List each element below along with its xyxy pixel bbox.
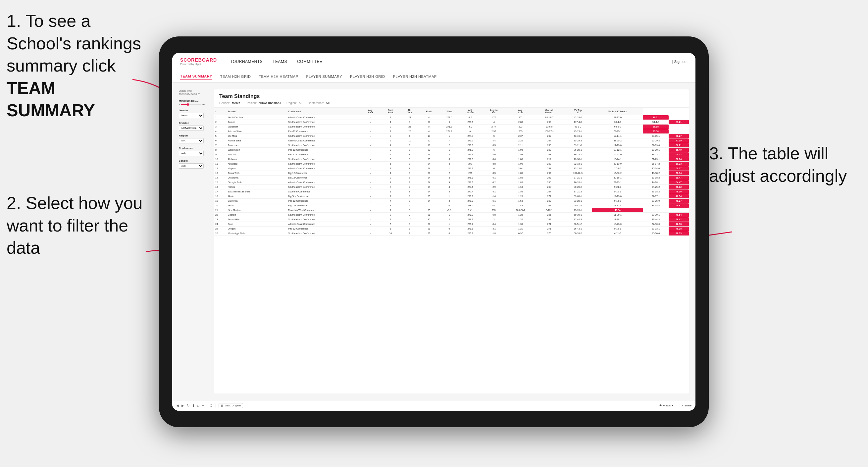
clock-icon[interactable]: ⏱ xyxy=(210,404,213,407)
table-cell: 1 xyxy=(439,213,459,217)
step1-bold: TEAM SUMMARY xyxy=(7,79,95,120)
sub-nav-team-h2h-heatmap[interactable]: TEAM H2H HEATMAP xyxy=(259,73,298,80)
col-vs-top25: Vs Top25 xyxy=(564,107,592,115)
table-cell: Atlantic Coast Conference xyxy=(287,138,361,143)
table-cell: 10 xyxy=(380,231,400,236)
table-cell: 117-4-0 xyxy=(564,120,592,125)
table-cell: 278.2 xyxy=(459,199,481,204)
table-cell: 16 xyxy=(214,185,226,189)
table-cell: 4 xyxy=(214,129,226,134)
table-cell: 28-25-0 xyxy=(643,199,668,204)
table-cell: Arkansas xyxy=(226,162,287,166)
step2-text: 2. Select how you want to filter the dat… xyxy=(7,193,143,257)
table-cell: 277.5 xyxy=(459,185,481,189)
add-tab-icon[interactable]: + xyxy=(202,404,204,407)
table-cell: -1.8 xyxy=(481,231,506,236)
table-row: 13Texas TechBig 12 Conference–19272276-3… xyxy=(214,171,689,176)
table-cell: 68-6-0 xyxy=(592,125,643,129)
table-cell: Southeastern Conference xyxy=(287,213,361,217)
table-cell: Washington xyxy=(226,148,287,152)
school-label: School xyxy=(179,159,209,162)
table-cell: 276.3 xyxy=(459,148,481,152)
table-cell: 12 xyxy=(214,166,226,171)
table-cell: 274.8 xyxy=(459,134,481,138)
table-cell: – xyxy=(361,208,380,213)
table-cell: 61-21-0 xyxy=(564,143,592,148)
min-rounds-slider[interactable]: 4 30 xyxy=(179,103,209,106)
sub-nav-player-h2h-heatmap[interactable]: PLAYER H2H HEATMAP xyxy=(393,73,437,80)
logo-area: SCOREBOARD Powered by clippi xyxy=(180,57,217,66)
table-cell: 217 xyxy=(535,157,563,162)
table-cell: 60.27 xyxy=(669,166,689,171)
share2-icon[interactable]: ⬆ xyxy=(192,404,195,407)
table-cell: -3.5 xyxy=(481,143,506,148)
region-filter-display: Region: All xyxy=(286,101,302,105)
table-row: 14OklahomaBig 12 Conference–28242276.9-5… xyxy=(214,176,689,180)
sub-nav-team-summary[interactable]: TEAM SUMMARY xyxy=(180,73,212,80)
share-button[interactable]: ↗ Share xyxy=(681,404,691,407)
table-cell: 3 xyxy=(380,166,400,171)
slider-track[interactable] xyxy=(181,104,201,105)
table-cell: Big 12 Conference xyxy=(287,204,361,208)
division-select[interactable]: NCAA Division I xyxy=(179,126,204,131)
table-cell: 3.01 xyxy=(506,166,535,171)
table-row: 22GeorgiaSoutheastern Conference–8721127… xyxy=(214,213,689,217)
nav-tournaments[interactable]: TOURNAMENTS xyxy=(230,58,262,65)
table-cell: 16 xyxy=(419,143,439,148)
table-cell: 21 xyxy=(419,226,439,231)
table-cell: 279.5 xyxy=(459,226,481,231)
table-cell: Pac-12 Conference xyxy=(287,129,361,134)
slider-thumb[interactable] xyxy=(187,103,189,106)
table-cell: – xyxy=(361,176,380,180)
table-cell: 30-15-1 xyxy=(592,176,643,180)
nav-committee[interactable]: COMMITTEE xyxy=(297,58,322,65)
reload-icon[interactable]: ↻ xyxy=(187,404,189,407)
table-cell: 1.98 xyxy=(506,152,535,157)
region-select[interactable]: N/A xyxy=(179,138,204,144)
table-cell: 95-29-2 xyxy=(564,138,592,143)
sign-out-button[interactable]: | Sign out xyxy=(672,60,687,64)
sub-nav: TEAM SUMMARY TEAM H2H GRID TEAM H2H HEAT… xyxy=(172,70,695,83)
table-cell: 4-21-0 xyxy=(592,231,643,236)
table-cell: Big Ten Conference xyxy=(287,194,361,199)
table-cell: 12-13-0 xyxy=(592,194,643,199)
sub-nav-team-h2h-grid[interactable]: TEAM H2H GRID xyxy=(220,73,251,80)
table-cell: 4 xyxy=(380,143,400,148)
sub-nav-player-summary[interactable]: PLAYER SUMMARY xyxy=(306,73,342,80)
table-cell: 5 xyxy=(380,226,400,231)
table-cell: -6.2 xyxy=(459,115,481,120)
table-cell: Southern Conference xyxy=(287,189,361,194)
table-cell: 1 xyxy=(439,194,459,199)
bookmark-icon[interactable]: □ xyxy=(197,404,199,407)
table-cell: 6 xyxy=(214,138,226,143)
table-cell: Southeastern Conference xyxy=(287,134,361,138)
back-icon[interactable]: ◀ xyxy=(176,404,179,407)
table-cell: 31-29-1 xyxy=(643,157,668,162)
table-cell: 3 xyxy=(439,157,459,162)
tablet-screen: SCOREBOARD Powered by clippi TOURNAMENTS… xyxy=(172,53,695,411)
forward-icon[interactable]: ▶ xyxy=(182,404,184,407)
table-cell: Florida xyxy=(226,185,287,189)
table-row: 12VirginiaAtlantic Coast Conference–3824… xyxy=(214,166,689,171)
table-cell: 5 xyxy=(380,222,400,226)
table-title: Team Standings xyxy=(219,93,684,99)
table-cell: 268 xyxy=(535,152,563,157)
sub-nav-player-h2h-grid[interactable]: PLAYER H2H GRID xyxy=(350,73,385,80)
table-cell: 8 xyxy=(380,213,400,217)
nav-teams[interactable]: TEAMS xyxy=(273,58,287,65)
table-cell: 85.58 xyxy=(643,129,668,134)
table-row: 23Texas A&MSoutheastern Conference–91030… xyxy=(214,217,689,222)
table-cell: 60-39-2 xyxy=(564,231,592,236)
table-cell: 24 xyxy=(214,222,226,226)
table-cell: Mississippi State xyxy=(226,231,287,236)
nav-items: TOURNAMENTS TEAMS COMMITTEE xyxy=(230,58,672,65)
table-cell: 269 xyxy=(535,217,563,222)
view-original-button[interactable]: ▤ View: Original xyxy=(219,403,243,408)
watch-dropdown[interactable]: ▾ xyxy=(672,404,673,407)
table-cell: 2.11 xyxy=(506,143,535,148)
watch-button[interactable]: 👁 Watch ▾ xyxy=(659,404,673,407)
school-select[interactable]: (All) xyxy=(179,163,204,168)
table-cell: Atlantic Coast Conference xyxy=(287,222,361,226)
gender-select[interactable]: Men's xyxy=(179,113,204,118)
conference-select[interactable]: (All) xyxy=(179,151,204,156)
